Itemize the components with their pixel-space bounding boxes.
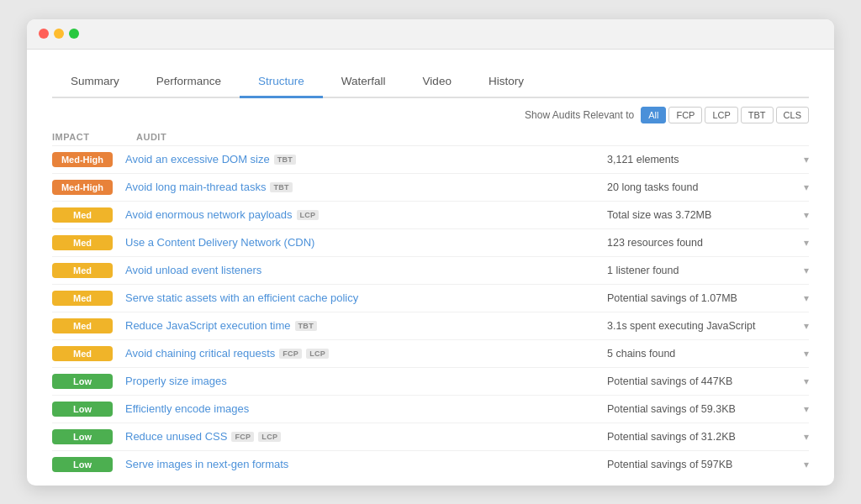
impact-badge: Low (52, 457, 113, 472)
audit-value: 1 listener found (607, 265, 792, 276)
audit-name-col: Avoid an excessive DOM sizeTBT (113, 153, 607, 165)
audit-name[interactable]: Serve static assets with an efficient ca… (125, 291, 358, 304)
expand-icon[interactable]: ▾ (792, 431, 809, 443)
audit-tag: TBT (274, 155, 296, 165)
audit-value: Potential savings of 447KB (607, 375, 792, 387)
audit-value: 5 chains found (607, 348, 792, 360)
audit-value: 20 long tasks found (607, 181, 792, 193)
impact-badge: Med-High (52, 152, 113, 167)
audit-name[interactable]: Avoid unload event listeners (125, 264, 261, 276)
audit-tag: LCP (297, 210, 320, 220)
table-header: IMPACT AUDIT (52, 129, 809, 146)
impact-badge: Med-High (52, 180, 113, 195)
audit-row: LowEfficiently encode imagesPotential sa… (52, 396, 809, 423)
main-window: SummaryPerformanceStructureWaterfallVide… (27, 19, 834, 486)
audit-name-col: Properly size images (113, 375, 607, 387)
filter-btn-fcp[interactable]: FCP (668, 107, 702, 123)
audit-value: Potential savings of 1.07MB (607, 292, 792, 304)
filter-btn-cls[interactable]: CLS (776, 107, 809, 123)
audit-name[interactable]: Use a Content Delivery Network (CDN) (125, 236, 314, 249)
audit-name-col: Serve static assets with an efficient ca… (113, 291, 607, 304)
impact-badge: Low (52, 374, 113, 389)
impact-badge: Med (52, 346, 113, 361)
audit-value: Potential savings of 59.3KB (607, 403, 792, 415)
audit-name[interactable]: Avoid long main-thread tasks (125, 181, 266, 193)
tab-waterfall[interactable]: Waterfall (323, 66, 404, 98)
tab-summary[interactable]: Summary (52, 66, 138, 98)
tab-history[interactable]: History (470, 66, 542, 98)
audit-value: Potential savings of 31.2KB (607, 431, 792, 443)
maximize-button[interactable] (69, 29, 79, 39)
audit-name-col: Avoid chaining critical requestsFCPLCP (113, 347, 607, 360)
audit-name[interactable]: Avoid chaining critical requests (125, 347, 275, 360)
audit-name[interactable]: Reduce JavaScript execution time (125, 319, 291, 332)
expand-icon[interactable]: ▾ (792, 403, 809, 415)
impact-badge: Med (52, 235, 113, 250)
audit-name[interactable]: Reduce unused CSS (125, 430, 227, 443)
audit-value: Potential savings of 597KB (607, 459, 792, 470)
audit-value: Total size was 3.72MB (607, 209, 792, 221)
expand-icon[interactable]: ▾ (792, 265, 809, 276)
audit-row: MedServe static assets with an efficient… (52, 285, 809, 312)
impact-badge: Med (52, 263, 113, 278)
audit-name-col: Reduce JavaScript execution timeTBT (113, 319, 607, 332)
audit-name[interactable]: Properly size images (125, 375, 227, 387)
tab-video[interactable]: Video (404, 66, 470, 98)
audit-tag: FCP (231, 432, 254, 442)
expand-icon[interactable]: ▾ (792, 209, 809, 221)
expand-icon[interactable]: ▾ (792, 348, 809, 360)
filter-btn-tbt[interactable]: TBT (741, 107, 774, 123)
minimize-button[interactable] (54, 29, 64, 39)
filter-bar: Show Audits Relevant to AllFCPLCPTBTCLS (52, 98, 809, 129)
impact-badge: Med (52, 207, 113, 223)
expand-icon[interactable]: ▾ (792, 375, 809, 387)
expand-icon[interactable]: ▾ (792, 154, 809, 165)
audit-name[interactable]: Serve images in next-gen formats (125, 458, 288, 470)
audit-name[interactable]: Avoid an excessive DOM size (125, 153, 270, 165)
audit-tag: LCP (258, 432, 281, 442)
impact-badge: Low (52, 402, 113, 417)
expand-icon[interactable]: ▾ (792, 320, 809, 332)
filter-btn-all[interactable]: All (641, 107, 666, 123)
filter-buttons: AllFCPLCPTBTCLS (641, 107, 809, 123)
expand-icon[interactable]: ▾ (792, 459, 809, 470)
audit-row: Med-HighAvoid an excessive DOM sizeTBT3,… (52, 146, 809, 174)
col-impact-header: IMPACT (52, 132, 128, 142)
audit-row: LowProperly size imagesPotential savings… (52, 368, 809, 396)
audit-value: 3,121 elements (607, 154, 792, 165)
audit-row: MedAvoid chaining critical requestsFCPLC… (52, 340, 809, 368)
audit-name[interactable]: Avoid enormous network payloads (125, 208, 293, 221)
impact-badge: Med (52, 291, 113, 306)
audit-tag: FCP (279, 349, 302, 359)
audit-value: 123 resources found (607, 237, 792, 249)
impact-badge: Low (52, 429, 113, 444)
audit-name-col: Use a Content Delivery Network (CDN) (113, 236, 607, 249)
audit-name-col: Efficiently encode images (113, 402, 607, 415)
audit-row: MedReduce JavaScript execution timeTBT3.… (52, 312, 809, 340)
audit-row: MedAvoid unload event listeners1 listene… (52, 257, 809, 285)
audit-list: Med-HighAvoid an excessive DOM sizeTBT3,… (52, 146, 809, 477)
tab-performance[interactable]: Performance (138, 66, 240, 98)
audit-value: 3.1s spent executing JavaScript (607, 320, 792, 332)
tab-structure[interactable]: Structure (240, 66, 323, 98)
expand-icon[interactable]: ▾ (792, 292, 809, 304)
audit-name[interactable]: Efficiently encode images (125, 402, 249, 415)
expand-icon[interactable]: ▾ (792, 237, 809, 249)
audit-row: MedAvoid enormous network payloadsLCPTot… (52, 202, 809, 229)
filter-label: Show Audits Relevant to (525, 109, 634, 121)
filter-btn-lcp[interactable]: LCP (705, 107, 737, 123)
audit-row: LowReduce unused CSSFCPLCPPotential savi… (52, 423, 809, 451)
titlebar (27, 19, 834, 50)
window-controls (39, 29, 79, 39)
expand-icon[interactable]: ▾ (792, 181, 809, 193)
main-content: SummaryPerformanceStructureWaterfallVide… (27, 50, 834, 486)
audit-name-col: Avoid unload event listeners (113, 264, 607, 276)
audit-tag: LCP (306, 349, 329, 359)
col-audit-header: AUDIT (128, 132, 809, 142)
audit-name-col: Avoid enormous network payloadsLCP (113, 208, 607, 221)
audit-name-col: Avoid long main-thread tasksTBT (113, 181, 607, 193)
close-button[interactable] (39, 29, 49, 39)
audit-row: LowServe images in next-gen formatsPoten… (52, 451, 809, 477)
audit-tag: TBT (270, 182, 292, 192)
tab-bar: SummaryPerformanceStructureWaterfallVide… (52, 66, 809, 98)
